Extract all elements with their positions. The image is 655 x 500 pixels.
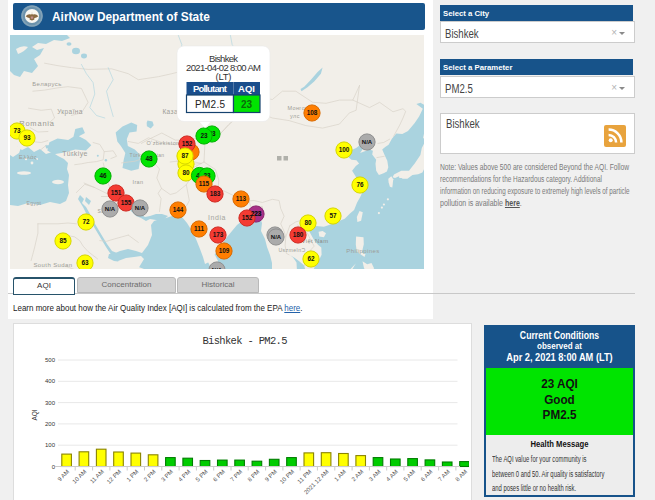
svg-text:151: 151 <box>111 189 122 196</box>
svg-text:109: 109 <box>219 247 230 254</box>
svg-text:23: 23 <box>200 132 208 139</box>
svg-text:152: 152 <box>182 140 193 147</box>
svg-text:Oʻzbekiston: Oʻzbekiston <box>146 140 179 146</box>
svg-text:N/A: N/A <box>135 205 146 211</box>
svg-text:Bishkek - PM2.5: Bishkek - PM2.5 <box>203 335 288 347</box>
svg-text:57: 57 <box>329 212 337 219</box>
svg-text:80: 80 <box>182 169 190 176</box>
svg-text:Türkiye: Türkiye <box>62 150 88 158</box>
svg-text:Iran: Iran <box>132 179 143 185</box>
svg-text:7 PM: 7 PM <box>229 468 243 482</box>
svg-text:62: 62 <box>307 255 315 262</box>
svg-text:AQI: AQI <box>238 83 255 94</box>
svg-text:183: 183 <box>210 190 221 197</box>
svg-text:6 AM: 6 AM <box>420 468 434 482</box>
svg-text:3 PM: 3 PM <box>160 468 174 482</box>
svg-text:Philippines: Philippines <box>346 248 379 254</box>
svg-text:9 PM: 9 PM <box>264 468 278 482</box>
svg-text:85: 85 <box>59 237 67 244</box>
svg-text:Pollutant: Pollutant <box>193 83 228 94</box>
svg-text:N/A: N/A <box>105 206 116 212</box>
svg-text:4 AM: 4 AM <box>385 468 399 482</box>
svg-text:N/A: N/A <box>362 139 373 145</box>
svg-text:115: 115 <box>199 180 210 187</box>
svg-text:173: 173 <box>213 231 224 238</box>
svg-text:200: 200 <box>45 421 56 427</box>
svg-text:PM2.5: PM2.5 <box>195 99 225 110</box>
svg-text:South Sudan: South Sudan <box>33 262 72 268</box>
svg-text:6 PM: 6 PM <box>212 468 226 482</box>
svg-text:400: 400 <box>45 378 56 384</box>
svg-text:300: 300 <box>45 400 56 406</box>
svg-text:11 AM: 11 AM <box>89 468 105 484</box>
svg-text:5 PM: 5 PM <box>195 468 209 482</box>
svg-text:72: 72 <box>82 218 90 225</box>
svg-text:180: 180 <box>293 231 304 238</box>
svg-text:93: 93 <box>23 134 31 141</box>
svg-text:223: 223 <box>251 210 262 217</box>
svg-text:8 AM: 8 AM <box>454 468 468 482</box>
svg-text:2 AM: 2 AM <box>350 468 364 482</box>
svg-text:AQI: AQI <box>31 409 39 420</box>
svg-text:9 AM: 9 AM <box>56 468 70 482</box>
svg-text:12 PM: 12 PM <box>106 468 123 485</box>
svg-text:N/A: N/A <box>271 234 282 240</box>
svg-text:100: 100 <box>339 146 350 153</box>
svg-text:48: 48 <box>145 155 153 162</box>
svg-text:144: 144 <box>173 206 184 213</box>
svg-text:Україна: Україна <box>57 108 83 116</box>
svg-text:(LT): (LT) <box>216 71 232 82</box>
svg-text:113: 113 <box>236 195 247 202</box>
svg-text:Romania: Romania <box>19 119 55 128</box>
svg-text:India: India <box>208 214 226 221</box>
svg-text:10 PM: 10 PM <box>279 468 296 485</box>
svg-text:Беларусь: Беларусь <box>32 81 61 87</box>
svg-text:N/A: N/A <box>212 267 223 269</box>
svg-text:100: 100 <box>45 442 56 448</box>
svg-text:46: 46 <box>99 172 107 179</box>
svg-text:155: 155 <box>121 199 132 206</box>
svg-text:3 AM: 3 AM <box>368 468 382 482</box>
svg-text:1 AM: 1 AM <box>333 468 347 482</box>
svg-text:108: 108 <box>307 109 318 116</box>
svg-text:500: 500 <box>45 357 56 363</box>
svg-text:4 PM: 4 PM <box>177 468 191 482</box>
svg-text:111: 111 <box>194 225 204 232</box>
svg-text:11 PM: 11 PM <box>296 468 312 484</box>
svg-text:UszmelnƆ: UszmelnƆ <box>278 247 305 253</box>
svg-text:улс: улс <box>290 113 300 119</box>
svg-text:23: 23 <box>241 99 252 110</box>
svg-text:Ελλάς: Ελλάς <box>19 154 37 160</box>
svg-text:1 PM: 1 PM <box>125 468 139 482</box>
svg-text:2 PM: 2 PM <box>143 468 157 482</box>
svg-text:76: 76 <box>356 181 364 188</box>
svg-text:80: 80 <box>304 219 312 226</box>
svg-text:8 PM: 8 PM <box>246 468 260 482</box>
svg-text:10 AM: 10 AM <box>71 468 87 484</box>
svg-text:5 AM: 5 AM <box>402 468 416 482</box>
svg-text:7 AM: 7 AM <box>437 468 451 482</box>
svg-text:87: 87 <box>181 152 189 159</box>
svg-text:Egypt: Egypt <box>27 200 42 206</box>
svg-text:63: 63 <box>81 259 89 266</box>
